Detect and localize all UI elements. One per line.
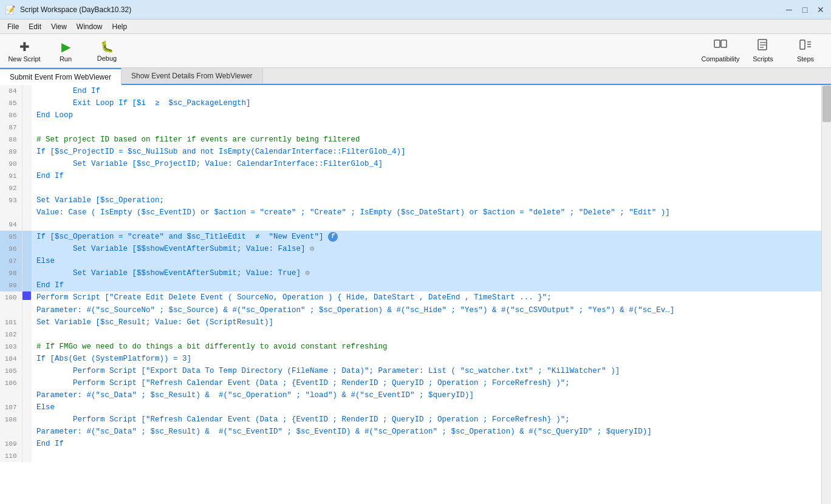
line-content: End If bbox=[32, 170, 821, 182]
line-number bbox=[0, 206, 22, 219]
line-number: 97 bbox=[0, 255, 22, 267]
line-indicator bbox=[22, 182, 32, 194]
line-number: 106 bbox=[0, 377, 22, 389]
tab-submit-event[interactable]: Submit Event From WebViewer bbox=[0, 68, 121, 85]
line-number: 107 bbox=[0, 401, 22, 414]
maximize-button[interactable]: □ bbox=[799, 4, 810, 15]
line-indicator bbox=[22, 426, 32, 438]
line-number: 92 bbox=[0, 182, 22, 194]
new-script-icon: ✚ bbox=[19, 39, 30, 54]
line-indicator bbox=[22, 450, 32, 462]
line-indicator bbox=[22, 170, 32, 182]
steps-icon bbox=[799, 39, 812, 54]
toolbar-right: Compatibility Scripts bbox=[700, 36, 826, 66]
line-content: Set Variable [$sc_Operation; bbox=[32, 194, 821, 206]
title-bar: 📝 Script Workspace (DayBack10.32) ─ □ ✕ bbox=[0, 0, 831, 19]
line-content: If [$sc_Operation = "create" and $sc_Tit… bbox=[32, 231, 821, 243]
line-number: 103 bbox=[0, 341, 22, 353]
line-indicator bbox=[22, 389, 32, 401]
line-number bbox=[0, 389, 22, 401]
line-content: End Loop bbox=[32, 109, 821, 121]
line-content: Perform Script ["Create Edit Delete Even… bbox=[32, 291, 821, 304]
line-indicator bbox=[22, 279, 32, 291]
line-number: 98 bbox=[0, 267, 22, 279]
minimize-button[interactable]: ─ bbox=[784, 4, 795, 15]
window-title: Script Workspace (DayBack10.32) bbox=[20, 5, 131, 14]
scripts-icon bbox=[756, 39, 770, 54]
line-content: Set Variable [$$showEventAfterSubmit; Va… bbox=[32, 243, 821, 255]
line-content: Set Variable [$$showEventAfterSubmit; Va… bbox=[32, 267, 821, 279]
gear-icon[interactable]: ⚙ bbox=[310, 245, 314, 253]
svg-rect-1 bbox=[721, 40, 727, 47]
line-content: End If bbox=[32, 279, 821, 291]
menu-help[interactable]: Help bbox=[108, 21, 132, 32]
line-number bbox=[0, 304, 22, 316]
line-content: If [Abs(Get (SystemPlatform)) = 3] bbox=[32, 353, 821, 365]
line-content bbox=[32, 219, 821, 231]
svg-rect-0 bbox=[714, 40, 720, 47]
line-content bbox=[32, 182, 821, 194]
line-content: Parameter: #("sc_SourceNo" ; $sc_Source)… bbox=[32, 304, 821, 316]
compatibility-button[interactable]: Compatibility bbox=[700, 36, 741, 66]
scrollbar-track[interactable] bbox=[821, 85, 831, 504]
menu-view[interactable]: View bbox=[46, 21, 72, 32]
debug-icon: 🐛 bbox=[100, 40, 114, 53]
window-controls: ─ □ ✕ bbox=[784, 4, 826, 15]
line-indicator bbox=[22, 291, 32, 304]
run-icon: ▶ bbox=[61, 39, 70, 54]
line-indicator bbox=[22, 255, 32, 267]
line-number: 90 bbox=[0, 158, 22, 170]
steps-label: Steps bbox=[797, 55, 814, 63]
menu-file[interactable]: File bbox=[2, 21, 24, 32]
toolbar: ✚ New Script ▶ Run 🐛 Debug Compatibility bbox=[0, 34, 831, 68]
line-number: 95 bbox=[0, 231, 22, 243]
close-button[interactable]: ✕ bbox=[815, 4, 826, 15]
line-indicator bbox=[22, 329, 32, 341]
menu-edit[interactable]: Edit bbox=[24, 21, 46, 32]
line-content: Set Variable [$sc_Result; Value: Get (Sc… bbox=[32, 316, 821, 329]
new-script-button[interactable]: ✚ New Script bbox=[5, 36, 44, 66]
line-content: End If bbox=[32, 438, 821, 450]
run-label: Run bbox=[60, 55, 72, 63]
scripts-label: Scripts bbox=[753, 55, 773, 63]
line-number: 85 bbox=[0, 97, 22, 109]
line-content: Parameter: #("sc_Data" ; $sc_Result) & #… bbox=[32, 426, 821, 438]
tab-bar: Submit Event From WebViewer Show Event D… bbox=[0, 68, 831, 85]
line-indicator bbox=[22, 219, 32, 231]
steps-button[interactable]: Steps bbox=[785, 36, 826, 66]
menu-window[interactable]: Window bbox=[72, 21, 108, 32]
line-content: Perform Script ["Export Data To Temp Dir… bbox=[32, 365, 821, 377]
tab-show-event[interactable]: Show Event Details From WebViewer bbox=[121, 68, 263, 84]
scripts-button[interactable]: Scripts bbox=[742, 36, 784, 66]
line-indicator bbox=[22, 365, 32, 377]
line-content: If [$sc_ProjectID = $sc_NullSub and not … bbox=[32, 146, 821, 158]
app-icon: 📝 bbox=[5, 5, 15, 15]
compatibility-icon bbox=[714, 39, 727, 54]
line-number: 105 bbox=[0, 365, 22, 377]
line-indicator bbox=[22, 85, 32, 97]
func-icon: f bbox=[328, 232, 338, 242]
line-number: 104 bbox=[0, 353, 22, 365]
line-indicator bbox=[22, 121, 32, 134]
tab-submit-event-label: Submit Event From WebViewer bbox=[10, 73, 111, 81]
line-number: 84 bbox=[0, 85, 22, 97]
gear-icon[interactable]: ⚙ bbox=[306, 269, 310, 278]
svg-rect-6 bbox=[800, 40, 805, 49]
line-number: 86 bbox=[0, 109, 22, 121]
line-number: 87 bbox=[0, 121, 22, 134]
code-editor[interactable]: 84 End If85 Exit Loop If [$i ≥ $sc_Packa… bbox=[0, 85, 821, 504]
line-indicator bbox=[22, 243, 32, 255]
line-number bbox=[0, 426, 22, 438]
line-indicator bbox=[22, 109, 32, 121]
line-indicator bbox=[22, 267, 32, 279]
line-content: Value: Case ( IsEmpty ($sc_EventID) or $… bbox=[32, 206, 821, 219]
line-number: 102 bbox=[0, 329, 22, 341]
line-indicator bbox=[22, 304, 32, 316]
run-button[interactable]: ▶ Run bbox=[46, 36, 85, 66]
scrollbar-thumb[interactable] bbox=[822, 86, 831, 122]
line-content bbox=[32, 450, 821, 462]
line-content: Else bbox=[32, 255, 821, 267]
line-indicator bbox=[22, 97, 32, 109]
line-content: Else bbox=[32, 401, 821, 414]
debug-button[interactable]: 🐛 Debug bbox=[87, 36, 126, 66]
